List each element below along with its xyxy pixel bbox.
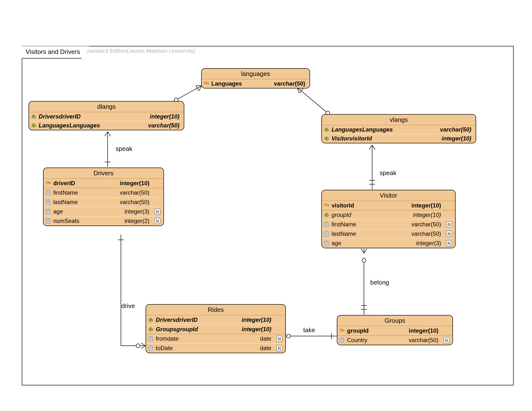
nullable-icon: [154, 208, 161, 215]
fk-icon: [31, 113, 36, 120]
column-icon: [324, 240, 329, 247]
col-name: toDate: [156, 345, 257, 352]
col-row: firstName varchar(50): [322, 220, 455, 229]
column-icon: [46, 199, 51, 206]
col-row: LanguagesLanguages varchar(50): [322, 125, 476, 134]
entity-title: Rides: [146, 305, 285, 315]
col-row: fromdate date: [146, 334, 285, 343]
col-row: numSeats integer(2): [44, 216, 163, 225]
nullable-icon: [154, 217, 161, 224]
col-type: integer(10): [120, 180, 151, 187]
col-type: integer(10): [442, 135, 473, 142]
column-icon: [324, 230, 329, 237]
fk-icon: [148, 326, 153, 333]
nullable-icon: [446, 221, 453, 228]
entity-title: vlangs: [322, 115, 476, 125]
col-name: VisitorvisitorId: [332, 135, 439, 142]
column-icon: [339, 337, 345, 344]
entity-visitor[interactable]: Visitor visitorId integer(10) groupId in…: [321, 190, 456, 248]
col-name: Languages: [211, 80, 272, 87]
entity-dlangs[interactable]: dlangs DriversdriverID integer(10) Langu…: [28, 101, 184, 130]
col-name: fromdate: [156, 335, 257, 342]
col-type: varchar(50): [274, 80, 307, 87]
pk-icon: [339, 327, 345, 334]
col-name: groupId: [332, 212, 411, 218]
col-row: LanguagesLanguages varchar(50): [29, 121, 184, 130]
fk-icon: [31, 122, 36, 129]
col-name: age: [53, 208, 122, 215]
col-row: firstName varchar(50): [44, 188, 163, 197]
entity-rides[interactable]: Rides DriversdriverID integer(10) Groups…: [146, 304, 286, 353]
col-name: firstName: [332, 221, 409, 228]
col-row: Country varchar(50): [337, 336, 452, 345]
col-type: varchar(50): [409, 337, 440, 344]
entity-title: Groups: [337, 316, 452, 326]
col-name: visitorId: [332, 202, 409, 209]
col-name: DriversdriverID: [156, 317, 239, 323]
column-icon: [46, 208, 51, 215]
col-name: groupId: [347, 327, 406, 334]
col-name: GroupsgroupId: [156, 326, 239, 333]
col-name: lastName: [53, 199, 117, 206]
col-type: integer(10): [242, 326, 273, 333]
col-row: DriversdriverID integer(10): [146, 315, 285, 325]
col-name: lastName: [332, 230, 409, 237]
col-type: integer(2): [124, 218, 151, 224]
col-row: GroupsgroupId integer(10): [146, 325, 285, 334]
col-row: Languages varchar(50): [202, 79, 310, 88]
col-type: integer(10): [150, 113, 181, 120]
column-icon: [324, 221, 329, 228]
label-take: take: [303, 326, 315, 334]
col-row: lastName varchar(50): [322, 229, 455, 238]
pk-icon: [46, 180, 51, 187]
entity-title: dlangs: [29, 102, 184, 112]
col-type: varchar(50): [148, 122, 181, 129]
entity-title: languages: [202, 69, 310, 79]
entity-title: Visitor: [322, 190, 455, 201]
col-row: visitorId integer(10): [322, 201, 455, 210]
col-row: DriversdriverID integer(10): [29, 112, 184, 121]
col-type: integer(10): [411, 202, 443, 209]
col-type: varchar(50): [411, 221, 443, 228]
col-type: varchar(50): [120, 189, 151, 196]
nullable-icon: [443, 336, 450, 344]
label-drive: drive: [121, 302, 135, 310]
col-name: LanguagesLanguages: [39, 122, 146, 129]
col-type: integer(10): [242, 317, 273, 323]
col-name: DriversdriverID: [39, 113, 147, 120]
nullable-icon: [446, 230, 453, 237]
col-name: age: [332, 240, 414, 247]
nullable-icon: [446, 240, 453, 247]
label-speak-vlangs: speak: [380, 169, 396, 177]
col-type: integer(10): [413, 212, 443, 218]
pk-icon: [204, 80, 209, 87]
col-type: date: [260, 335, 273, 342]
col-row: groupId integer(10): [322, 210, 455, 220]
column-icon: [148, 335, 153, 342]
entity-vlangs[interactable]: vlangs LanguagesLanguages varchar(50) Vi…: [321, 114, 476, 143]
col-type: varchar(50): [440, 126, 473, 133]
col-type: integer(3): [416, 240, 443, 247]
col-name: firstName: [53, 189, 117, 196]
col-row: age integer(3): [44, 207, 163, 216]
col-type: varchar(50): [411, 230, 443, 237]
col-row: toDate date: [146, 343, 285, 353]
nullable-icon: [276, 335, 283, 342]
col-row: VisitorvisitorId integer(10): [322, 134, 476, 143]
col-name: Country: [347, 337, 406, 344]
col-row: age integer(3): [322, 238, 455, 248]
entity-groups[interactable]: Groups groupId integer(10) Country varch…: [337, 315, 453, 345]
col-type: date: [260, 345, 273, 352]
entity-languages[interactable]: languages Languages varchar(50): [201, 68, 310, 88]
column-icon: [148, 345, 153, 352]
col-row: lastName varchar(50): [44, 197, 163, 207]
nullable-icon: [276, 345, 283, 352]
entity-drivers[interactable]: Drivers driverID integer(10) firstName v…: [43, 168, 164, 226]
fk-icon: [324, 212, 329, 218]
col-type: integer(10): [409, 327, 440, 334]
col-row: groupId integer(10): [337, 326, 452, 335]
column-icon: [46, 218, 51, 224]
col-name: LanguagesLanguages: [332, 126, 438, 133]
column-icon: [46, 189, 51, 196]
fk-icon: [324, 126, 329, 133]
